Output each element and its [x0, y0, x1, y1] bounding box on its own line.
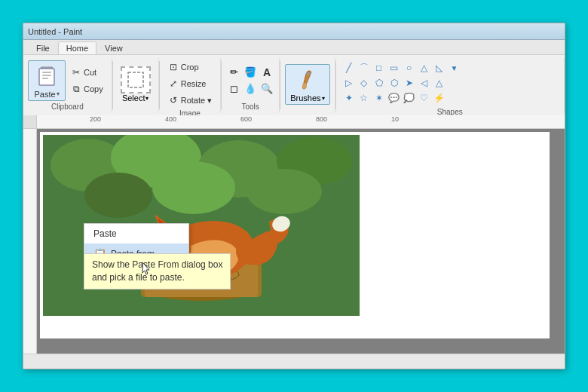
ribbon-tabs: File Home View	[23, 40, 565, 55]
dropdown-paste[interactable]: Paste	[84, 224, 188, 243]
clipboard-items: Paste ▾ ✂ Cut ⧉ Copy	[28, 60, 107, 101]
brushes-button[interactable]: Brushes ▾	[285, 64, 329, 105]
right-arrow2-icon[interactable]: ➤	[403, 76, 416, 90]
star4-icon[interactable]: ✦	[342, 91, 356, 105]
copy-label: Copy	[84, 84, 103, 93]
crop-button[interactable]: ⊡ Crop	[164, 60, 203, 75]
tab-view[interactable]: View	[96, 41, 131, 54]
shapes-row-1: ╱ ⌒ □ ▭ ○ △ ◺ ▼	[342, 61, 558, 75]
star-icon[interactable]: ☆	[357, 91, 371, 105]
tab-home[interactable]: Home	[58, 41, 96, 54]
heart-icon[interactable]: ♡	[418, 91, 431, 105]
rounded-rect-icon[interactable]: ▭	[387, 61, 401, 75]
pencil-icon[interactable]: ✏	[226, 65, 241, 80]
right-arrow-icon[interactable]: ▷	[342, 76, 356, 90]
select-label: Select	[122, 93, 145, 103]
shapes-group: ╱ ⌒ □ ▭ ○ △ ◺ ▼ ▷ ◇ ⬠ ⬡ ➤	[336, 58, 565, 112]
ruler-mark-200: 200	[90, 115, 101, 123]
diamond-icon[interactable]: ◇	[357, 76, 371, 90]
svg-rect-4	[42, 78, 48, 79]
line-icon[interactable]: ╱	[342, 61, 356, 75]
lightning-icon[interactable]: ⚡	[433, 91, 446, 105]
rotate-label: Rotate ▾	[181, 96, 212, 106]
tools-items: ✏ 🪣 A ◻ 💧 🔍	[226, 60, 274, 101]
brushes-group: Brushes ▾	[280, 58, 335, 112]
svg-point-15	[247, 169, 322, 214]
eraser-icon[interactable]: ◻	[226, 81, 241, 96]
shapes-row-3: ✦ ☆ ✶ 💬 💭 ♡ ⚡	[342, 91, 558, 105]
shapes-area: ╱ ⌒ □ ▭ ○ △ ◺ ▼ ▷ ◇ ⬠ ⬡ ➤	[341, 60, 559, 106]
shapes-row-2: ▷ ◇ ⬠ ⬡ ➤ ◁ △	[342, 76, 558, 90]
svg-rect-7	[306, 72, 311, 75]
pentagon-icon[interactable]: ⬠	[372, 76, 386, 90]
tooltip: Show the Paste From dialog box and pick …	[84, 253, 231, 289]
vertical-ruler	[23, 129, 37, 354]
svg-rect-5	[128, 72, 143, 87]
paste-label: Paste	[34, 90, 55, 99]
svg-point-14	[152, 161, 235, 214]
magnify-icon[interactable]: 🔍	[259, 81, 274, 96]
callout-rect-icon[interactable]: 💬	[387, 91, 401, 105]
tools-label: Tools	[241, 101, 259, 111]
hexagon-icon[interactable]: ⬡	[387, 76, 401, 90]
select-group: Select ▾	[113, 58, 159, 112]
tab-file[interactable]: File	[28, 41, 58, 54]
copy-button[interactable]: ⧉ Copy	[67, 81, 107, 96]
resize-icon: ⤢	[168, 78, 179, 89]
paste-dropdown-arrow[interactable]: ▾	[57, 90, 60, 97]
ruler-scale: 200 400 600 800 10	[37, 115, 565, 128]
cursor	[141, 261, 150, 274]
scroll-down-icon[interactable]: ▼	[448, 61, 461, 75]
clipboard-label: Clipboard	[51, 101, 84, 111]
resize-label: Resize	[181, 79, 207, 88]
tools-group: ✏ 🪣 A ◻ 💧 🔍 Tools	[222, 58, 280, 112]
title-text: Untitled - Paint	[28, 27, 82, 36]
svg-rect-2	[42, 72, 51, 73]
curve-icon[interactable]: ⌒	[357, 61, 371, 75]
paste-button[interactable]: Paste ▾	[28, 60, 66, 101]
status-bar	[23, 354, 565, 369]
brushes-arrow[interactable]: ▾	[322, 95, 325, 102]
title-bar: Untitled - Paint	[23, 23, 565, 40]
colorpick-icon[interactable]: 💧	[243, 81, 258, 96]
cut-button[interactable]: ✂ Cut	[67, 65, 107, 80]
callout-oval-icon[interactable]: 💭	[403, 91, 416, 105]
shapes-items: ╱ ⌒ □ ▭ ○ △ ◺ ▼ ▷ ◇ ⬠ ⬡ ➤	[341, 60, 559, 106]
brushes-icon	[294, 66, 321, 93]
canvas-content: Paste 📋 Paste from Show the Paste From d…	[37, 129, 565, 354]
select-button[interactable]: Select ▾	[118, 65, 154, 104]
brushes-items: Brushes ▾	[285, 60, 329, 109]
fill-icon[interactable]: 🪣	[243, 65, 258, 80]
tools-row-2: ◻ 💧 🔍	[226, 81, 274, 96]
image-group: ⊡ Crop ⤢ Resize ↺ Rotate ▾ Image	[160, 58, 221, 112]
clipboard-group: Paste ▾ ✂ Cut ⧉ Copy Clipboard	[23, 58, 112, 112]
select-arrow[interactable]: ▾	[145, 95, 149, 102]
select-icon	[121, 66, 151, 93]
triangle-icon[interactable]: △	[418, 61, 431, 75]
copy-icon: ⧉	[71, 84, 81, 94]
text-icon[interactable]: A	[259, 65, 274, 80]
rotate-icon: ↺	[168, 95, 179, 106]
svg-point-13	[84, 173, 152, 218]
ruler-top: 200 400 600 800 10	[23, 115, 565, 129]
resize-button[interactable]: ⤢ Resize	[164, 76, 210, 91]
left-arrow-icon[interactable]: ◁	[418, 76, 431, 90]
scissors-icon: ✂	[71, 67, 81, 78]
tooltip-line2: and pick a file to paste.	[92, 272, 185, 283]
right-triangle-icon[interactable]: ◺	[433, 61, 446, 75]
tools-row-1: ✏ 🪣 A	[226, 65, 274, 80]
rect-icon[interactable]: □	[372, 61, 386, 75]
cut-label: Cut	[84, 68, 96, 77]
star6-icon[interactable]: ✶	[372, 91, 386, 105]
paste-icon	[33, 63, 60, 90]
canvas-area[interactable]: Paste 📋 Paste from Show the Paste From d…	[23, 129, 565, 354]
app-window: Untitled - Paint File Home View	[23, 23, 565, 369]
rotate-button[interactable]: ↺ Rotate ▾	[164, 93, 216, 108]
select-items: Select ▾	[118, 60, 154, 109]
tools-row: ✏ 🪣 A ◻ 💧 🔍	[226, 65, 274, 96]
up-arrow-icon[interactable]: △	[433, 76, 446, 90]
svg-rect-3	[42, 75, 51, 76]
ruler-corner	[23, 115, 37, 129]
brushes-label: Brushes	[290, 93, 320, 103]
ellipse-icon[interactable]: ○	[403, 61, 416, 75]
